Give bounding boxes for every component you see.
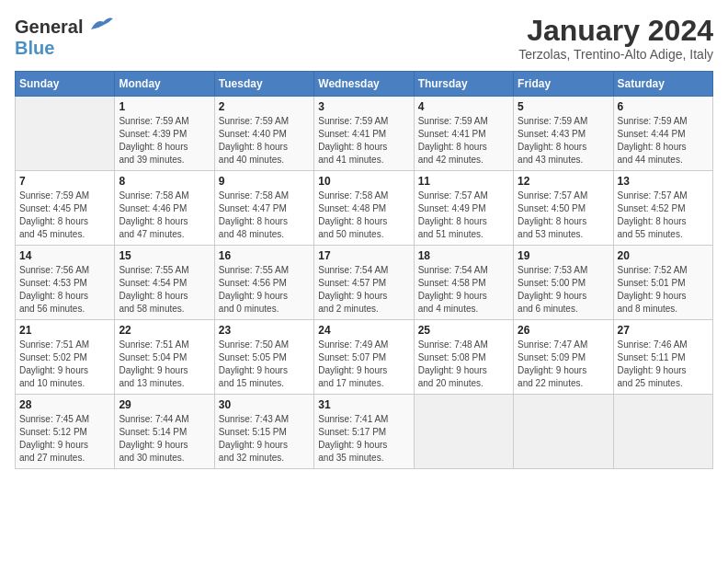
day-info: Sunrise: 7:59 AM Sunset: 4:40 PM Dayligh… — [219, 115, 310, 167]
day-info: Sunrise: 7:44 AM Sunset: 5:14 PM Dayligh… — [119, 413, 210, 465]
day-info: Sunrise: 7:59 AM Sunset: 4:39 PM Dayligh… — [119, 115, 210, 167]
week-row-2: 7Sunrise: 7:59 AM Sunset: 4:45 PM Daylig… — [16, 171, 713, 246]
calendar-cell — [613, 395, 712, 469]
day-number: 5 — [518, 100, 609, 113]
day-number: 18 — [418, 249, 509, 262]
day-number: 29 — [119, 398, 210, 411]
day-info: Sunrise: 7:59 AM Sunset: 4:45 PM Dayligh… — [19, 190, 110, 241]
calendar-title: January 2024 — [518, 15, 713, 47]
day-number: 27 — [618, 324, 709, 337]
header-day-sunday: Sunday — [16, 72, 115, 97]
day-info: Sunrise: 7:57 AM Sunset: 4:49 PM Dayligh… — [418, 190, 509, 241]
calendar-cell: 1Sunrise: 7:59 AM Sunset: 4:39 PM Daylig… — [115, 97, 214, 171]
calendar-cell — [514, 395, 613, 469]
day-number: 14 — [19, 249, 110, 262]
day-info: Sunrise: 7:53 AM Sunset: 5:00 PM Dayligh… — [518, 264, 609, 316]
day-number: 12 — [518, 175, 609, 188]
day-info: Sunrise: 7:58 AM Sunset: 4:46 PM Dayligh… — [119, 190, 210, 241]
week-row-5: 28Sunrise: 7:45 AM Sunset: 5:12 PM Dayli… — [16, 395, 713, 469]
day-number: 31 — [318, 398, 409, 411]
day-number: 21 — [19, 324, 110, 337]
day-info: Sunrise: 7:58 AM Sunset: 4:48 PM Dayligh… — [318, 190, 409, 241]
calendar-cell: 18Sunrise: 7:54 AM Sunset: 4:58 PM Dayli… — [414, 246, 513, 320]
day-number: 25 — [418, 324, 509, 337]
day-info: Sunrise: 7:45 AM Sunset: 5:12 PM Dayligh… — [19, 413, 110, 465]
calendar-cell: 26Sunrise: 7:47 AM Sunset: 5:09 PM Dayli… — [514, 320, 613, 395]
calendar-table: SundayMondayTuesdayWednesdayThursdayFrid… — [15, 71, 713, 469]
day-number: 30 — [219, 398, 310, 411]
calendar-cell — [414, 395, 513, 469]
calendar-cell: 8Sunrise: 7:58 AM Sunset: 4:46 PM Daylig… — [115, 171, 214, 246]
calendar-cell: 19Sunrise: 7:53 AM Sunset: 5:00 PM Dayli… — [514, 246, 613, 320]
day-info: Sunrise: 7:59 AM Sunset: 4:41 PM Dayligh… — [318, 115, 409, 167]
logo-bird-icon — [89, 15, 115, 33]
day-info: Sunrise: 7:57 AM Sunset: 4:50 PM Dayligh… — [518, 190, 609, 241]
day-number: 6 — [618, 100, 709, 113]
day-info: Sunrise: 7:51 AM Sunset: 5:04 PM Dayligh… — [119, 339, 210, 390]
day-info: Sunrise: 7:58 AM Sunset: 4:47 PM Dayligh… — [219, 190, 310, 241]
header-day-thursday: Thursday — [414, 72, 513, 97]
day-info: Sunrise: 7:55 AM Sunset: 4:56 PM Dayligh… — [219, 264, 310, 316]
calendar-cell: 4Sunrise: 7:59 AM Sunset: 4:41 PM Daylig… — [414, 97, 513, 171]
calendar-cell: 15Sunrise: 7:55 AM Sunset: 4:54 PM Dayli… — [115, 246, 214, 320]
day-number: 3 — [318, 100, 409, 113]
day-info: Sunrise: 7:48 AM Sunset: 5:08 PM Dayligh… — [418, 339, 509, 390]
day-info: Sunrise: 7:59 AM Sunset: 4:41 PM Dayligh… — [418, 115, 509, 167]
title-block: January 2024 Terzolas, Trentino-Alto Adi… — [518, 15, 713, 62]
week-row-4: 21Sunrise: 7:51 AM Sunset: 5:02 PM Dayli… — [16, 320, 713, 395]
day-info: Sunrise: 7:55 AM Sunset: 4:54 PM Dayligh… — [119, 264, 210, 316]
week-row-3: 14Sunrise: 7:56 AM Sunset: 4:53 PM Dayli… — [16, 246, 713, 320]
header-day-tuesday: Tuesday — [214, 72, 313, 97]
day-info: Sunrise: 7:59 AM Sunset: 4:43 PM Dayligh… — [518, 115, 609, 167]
calendar-cell: 29Sunrise: 7:44 AM Sunset: 5:14 PM Dayli… — [115, 395, 214, 469]
day-number: 24 — [318, 324, 409, 337]
day-number: 13 — [618, 175, 709, 188]
day-info: Sunrise: 7:43 AM Sunset: 5:15 PM Dayligh… — [219, 413, 310, 465]
logo-blue: Blue — [15, 38, 54, 59]
calendar-cell: 23Sunrise: 7:50 AM Sunset: 5:05 PM Dayli… — [214, 320, 313, 395]
calendar-cell: 25Sunrise: 7:48 AM Sunset: 5:08 PM Dayli… — [414, 320, 513, 395]
day-info: Sunrise: 7:49 AM Sunset: 5:07 PM Dayligh… — [318, 339, 409, 390]
calendar-body: 1Sunrise: 7:59 AM Sunset: 4:39 PM Daylig… — [16, 97, 713, 469]
calendar-cell: 2Sunrise: 7:59 AM Sunset: 4:40 PM Daylig… — [214, 97, 313, 171]
page-header: General Blue January 2024 Terzolas, Tren… — [15, 15, 713, 62]
header-day-saturday: Saturday — [613, 72, 712, 97]
calendar-subtitle: Terzolas, Trentino-Alto Adige, Italy — [518, 47, 713, 62]
day-info: Sunrise: 7:41 AM Sunset: 5:17 PM Dayligh… — [318, 413, 409, 465]
day-info: Sunrise: 7:56 AM Sunset: 4:53 PM Dayligh… — [19, 264, 110, 316]
calendar-cell: 9Sunrise: 7:58 AM Sunset: 4:47 PM Daylig… — [214, 171, 313, 246]
calendar-cell: 22Sunrise: 7:51 AM Sunset: 5:04 PM Dayli… — [115, 320, 214, 395]
day-number: 16 — [219, 249, 310, 262]
day-number: 10 — [318, 175, 409, 188]
calendar-cell: 21Sunrise: 7:51 AM Sunset: 5:02 PM Dayli… — [16, 320, 115, 395]
calendar-cell: 3Sunrise: 7:59 AM Sunset: 4:41 PM Daylig… — [314, 97, 414, 171]
calendar-cell: 16Sunrise: 7:55 AM Sunset: 4:56 PM Dayli… — [214, 246, 313, 320]
header-day-wednesday: Wednesday — [314, 72, 414, 97]
day-info: Sunrise: 7:54 AM Sunset: 4:58 PM Dayligh… — [418, 264, 509, 316]
logo-general: General — [15, 17, 83, 37]
day-number: 17 — [318, 249, 409, 262]
logo-text: General — [15, 15, 115, 38]
day-number: 11 — [418, 175, 509, 188]
day-info: Sunrise: 7:52 AM Sunset: 5:01 PM Dayligh… — [618, 264, 709, 316]
day-info: Sunrise: 7:51 AM Sunset: 5:02 PM Dayligh… — [19, 339, 110, 390]
day-number: 23 — [219, 324, 310, 337]
calendar-cell: 14Sunrise: 7:56 AM Sunset: 4:53 PM Dayli… — [16, 246, 115, 320]
calendar-cell: 27Sunrise: 7:46 AM Sunset: 5:11 PM Dayli… — [613, 320, 712, 395]
day-number: 28 — [19, 398, 110, 411]
day-number: 2 — [219, 100, 310, 113]
day-number: 7 — [19, 175, 110, 188]
day-number: 8 — [119, 175, 210, 188]
calendar-cell: 13Sunrise: 7:57 AM Sunset: 4:52 PM Dayli… — [613, 171, 712, 246]
day-info: Sunrise: 7:50 AM Sunset: 5:05 PM Dayligh… — [219, 339, 310, 390]
calendar-cell — [16, 97, 115, 171]
day-number: 1 — [119, 100, 210, 113]
day-number: 4 — [418, 100, 509, 113]
calendar-cell: 10Sunrise: 7:58 AM Sunset: 4:48 PM Dayli… — [314, 171, 414, 246]
calendar-cell: 6Sunrise: 7:59 AM Sunset: 4:44 PM Daylig… — [613, 97, 712, 171]
calendar-cell: 11Sunrise: 7:57 AM Sunset: 4:49 PM Dayli… — [414, 171, 513, 246]
calendar-header: SundayMondayTuesdayWednesdayThursdayFrid… — [16, 72, 713, 97]
header-day-monday: Monday — [115, 72, 214, 97]
header-row: SundayMondayTuesdayWednesdayThursdayFrid… — [16, 72, 713, 97]
logo: General Blue — [15, 15, 115, 59]
